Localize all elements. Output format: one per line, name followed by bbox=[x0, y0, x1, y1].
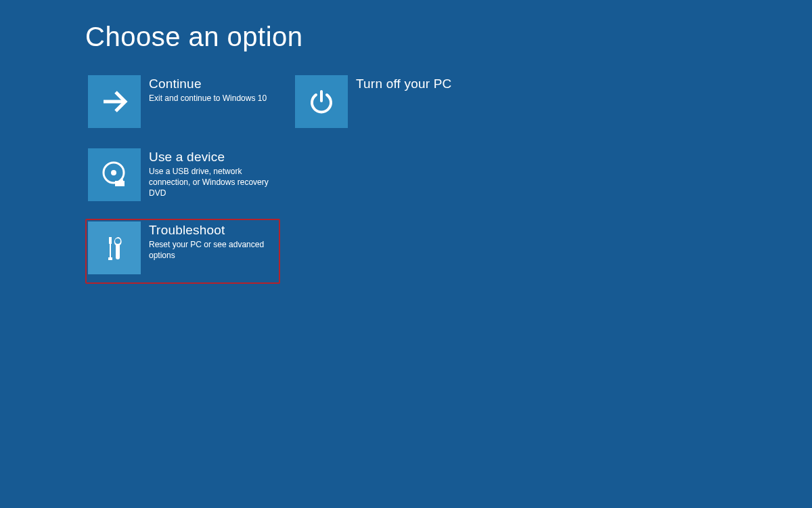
options-column-left: Continue Exit and continue to Windows 10… bbox=[85, 72, 280, 284]
option-troubleshoot[interactable]: Troubleshoot Reset your PC or see advanc… bbox=[85, 219, 280, 284]
option-body: Continue Exit and continue to Windows 10 bbox=[149, 75, 267, 104]
option-desc: Use a USB drive, network connection, or … bbox=[149, 166, 276, 199]
svg-point-2 bbox=[111, 170, 116, 175]
svg-rect-5 bbox=[109, 237, 112, 244]
svg-rect-7 bbox=[108, 257, 112, 260]
svg-point-8 bbox=[116, 239, 120, 243]
option-title: Use a device bbox=[149, 150, 276, 165]
options-grid: Continue Exit and continue to Windows 10… bbox=[85, 72, 812, 284]
svg-rect-6 bbox=[110, 244, 111, 257]
tools-icon bbox=[88, 221, 141, 274]
option-use-device[interactable]: Use a device Use a USB drive, network co… bbox=[85, 146, 280, 204]
option-title: Continue bbox=[149, 77, 267, 91]
option-title: Turn off your PC bbox=[356, 77, 452, 91]
option-continue[interactable]: Continue Exit and continue to Windows 10 bbox=[85, 72, 280, 131]
option-body: Troubleshoot Reset your PC or see advanc… bbox=[149, 221, 276, 261]
svg-rect-3 bbox=[115, 181, 125, 186]
option-desc: Exit and continue to Windows 10 bbox=[149, 93, 267, 104]
options-column-right: Turn off your PC bbox=[292, 72, 487, 284]
option-turn-off[interactable]: Turn off your PC bbox=[292, 72, 487, 131]
power-icon bbox=[295, 75, 348, 128]
arrow-right-icon bbox=[88, 75, 141, 128]
option-body: Use a device Use a USB drive, network co… bbox=[149, 148, 276, 199]
page-title: Choose an option bbox=[85, 22, 812, 52]
recovery-options-screen: Choose an option Continue Exit and conti… bbox=[0, 0, 812, 284]
option-desc: Reset your PC or see advanced options bbox=[149, 239, 276, 261]
option-title: Troubleshoot bbox=[149, 223, 276, 238]
svg-rect-4 bbox=[120, 179, 123, 182]
disc-icon bbox=[88, 148, 141, 201]
option-body: Turn off your PC bbox=[356, 75, 452, 93]
